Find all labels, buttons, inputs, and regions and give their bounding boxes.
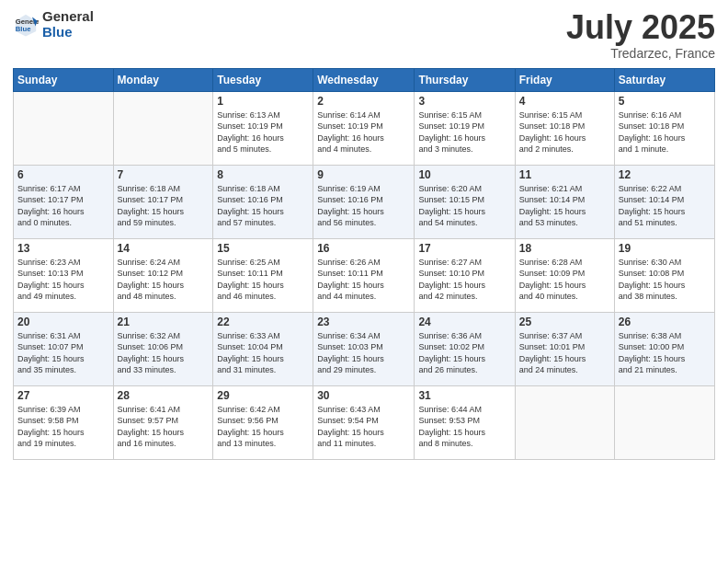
table-row: 4Sunrise: 6:15 AMSunset: 10:18 PMDayligh… xyxy=(515,91,614,165)
day-info: Sunrise: 6:43 AMSunset: 9:54 PMDaylight:… xyxy=(317,404,410,450)
day-number: 29 xyxy=(217,389,309,402)
col-saturday: Saturday xyxy=(614,68,714,91)
table-row: 21Sunrise: 6:32 AMSunset: 10:06 PMDaylig… xyxy=(113,312,213,385)
day-info: Sunrise: 6:20 AMSunset: 10:15 PMDaylight… xyxy=(418,183,510,229)
day-number: 7 xyxy=(118,168,210,181)
col-monday: Monday xyxy=(113,68,213,91)
day-number: 8 xyxy=(217,168,309,181)
table-row: 28Sunrise: 6:41 AMSunset: 9:57 PMDayligh… xyxy=(113,385,213,459)
day-number: 27 xyxy=(17,389,109,402)
col-thursday: Thursday xyxy=(415,68,515,91)
table-row: 30Sunrise: 6:43 AMSunset: 9:54 PMDayligh… xyxy=(313,385,415,459)
table-row: 11Sunrise: 6:21 AMSunset: 10:14 PMDaylig… xyxy=(515,165,614,238)
day-number: 31 xyxy=(418,389,510,402)
logo-icon: General Blue xyxy=(13,12,39,38)
day-info: Sunrise: 6:42 AMSunset: 9:56 PMDaylight:… xyxy=(217,404,309,450)
day-number: 12 xyxy=(619,168,711,181)
table-row: 15Sunrise: 6:25 AMSunset: 10:11 PMDaylig… xyxy=(213,238,313,312)
table-row: 25Sunrise: 6:37 AMSunset: 10:01 PMDaylig… xyxy=(515,312,614,385)
table-row: 24Sunrise: 6:36 AMSunset: 10:02 PMDaylig… xyxy=(415,312,515,385)
table-row: 31Sunrise: 6:44 AMSunset: 9:53 PMDayligh… xyxy=(415,385,515,459)
day-info: Sunrise: 6:22 AMSunset: 10:14 PMDaylight… xyxy=(619,183,711,229)
day-info: Sunrise: 6:21 AMSunset: 10:14 PMDaylight… xyxy=(519,183,610,229)
svg-text:Blue: Blue xyxy=(16,25,31,33)
table-row xyxy=(614,385,714,459)
day-info: Sunrise: 6:38 AMSunset: 10:00 PMDaylight… xyxy=(619,330,711,376)
logo: General Blue General Blue xyxy=(13,9,94,40)
table-row: 3Sunrise: 6:15 AMSunset: 10:19 PMDayligh… xyxy=(415,91,515,165)
day-info: Sunrise: 6:19 AMSunset: 10:16 PMDaylight… xyxy=(317,183,410,229)
day-number: 28 xyxy=(118,389,210,402)
day-info: Sunrise: 6:41 AMSunset: 9:57 PMDaylight:… xyxy=(118,404,210,450)
day-number: 26 xyxy=(619,316,711,328)
table-row: 16Sunrise: 6:26 AMSunset: 10:11 PMDaylig… xyxy=(313,238,415,312)
table-row xyxy=(113,91,213,165)
day-info: Sunrise: 6:28 AMSunset: 10:09 PMDaylight… xyxy=(519,257,610,303)
day-number: 9 xyxy=(317,168,410,181)
col-tuesday: Tuesday xyxy=(213,68,313,91)
day-number: 6 xyxy=(17,168,109,181)
day-info: Sunrise: 6:16 AMSunset: 10:18 PMDaylight… xyxy=(619,109,711,155)
day-info: Sunrise: 6:44 AMSunset: 9:53 PMDaylight:… xyxy=(418,404,510,450)
day-number: 20 xyxy=(17,316,109,328)
day-number: 17 xyxy=(418,242,510,255)
month-title: July 2025 xyxy=(566,9,715,46)
header: General Blue General Blue July 2025 Tred… xyxy=(13,9,715,61)
table-row: 23Sunrise: 6:34 AMSunset: 10:03 PMDaylig… xyxy=(313,312,415,385)
day-number: 21 xyxy=(118,316,210,328)
day-info: Sunrise: 6:31 AMSunset: 10:07 PMDaylight… xyxy=(17,330,109,376)
table-row: 6Sunrise: 6:17 AMSunset: 10:17 PMDayligh… xyxy=(14,165,114,238)
day-number: 25 xyxy=(519,316,610,328)
day-number: 16 xyxy=(317,242,410,255)
col-sunday: Sunday xyxy=(14,68,114,91)
table-row: 17Sunrise: 6:27 AMSunset: 10:10 PMDaylig… xyxy=(415,238,515,312)
table-row: 26Sunrise: 6:38 AMSunset: 10:00 PMDaylig… xyxy=(614,312,714,385)
table-row: 8Sunrise: 6:18 AMSunset: 10:16 PMDayligh… xyxy=(213,165,313,238)
day-number: 13 xyxy=(17,242,109,255)
day-number: 1 xyxy=(217,95,309,108)
day-info: Sunrise: 6:26 AMSunset: 10:11 PMDaylight… xyxy=(317,257,410,303)
table-row xyxy=(14,91,114,165)
day-info: Sunrise: 6:34 AMSunset: 10:03 PMDaylight… xyxy=(317,330,410,376)
day-number: 4 xyxy=(519,95,610,108)
table-row: 12Sunrise: 6:22 AMSunset: 10:14 PMDaylig… xyxy=(614,165,714,238)
day-info: Sunrise: 6:37 AMSunset: 10:01 PMDaylight… xyxy=(519,330,610,376)
table-row: 29Sunrise: 6:42 AMSunset: 9:56 PMDayligh… xyxy=(213,385,313,459)
table-row: 19Sunrise: 6:30 AMSunset: 10:08 PMDaylig… xyxy=(614,238,714,312)
table-row: 14Sunrise: 6:24 AMSunset: 10:12 PMDaylig… xyxy=(113,238,213,312)
table-row: 13Sunrise: 6:23 AMSunset: 10:13 PMDaylig… xyxy=(14,238,114,312)
table-row: 22Sunrise: 6:33 AMSunset: 10:04 PMDaylig… xyxy=(213,312,313,385)
day-number: 11 xyxy=(519,168,610,181)
day-info: Sunrise: 6:33 AMSunset: 10:04 PMDaylight… xyxy=(217,330,309,376)
day-number: 23 xyxy=(317,316,410,328)
day-info: Sunrise: 6:14 AMSunset: 10:19 PMDaylight… xyxy=(317,109,410,155)
day-info: Sunrise: 6:15 AMSunset: 10:18 PMDaylight… xyxy=(519,109,610,155)
table-row xyxy=(515,385,614,459)
day-info: Sunrise: 6:23 AMSunset: 10:13 PMDaylight… xyxy=(17,257,109,303)
location: Tredarzec, France xyxy=(566,46,715,61)
table-row: 7Sunrise: 6:18 AMSunset: 10:17 PMDayligh… xyxy=(113,165,213,238)
logo-general: General xyxy=(42,9,94,25)
day-number: 10 xyxy=(418,168,510,181)
table-row: 1Sunrise: 6:13 AMSunset: 10:19 PMDayligh… xyxy=(213,91,313,165)
day-number: 19 xyxy=(619,242,711,255)
day-info: Sunrise: 6:27 AMSunset: 10:10 PMDaylight… xyxy=(418,257,510,303)
day-number: 24 xyxy=(418,316,510,328)
table-row: 5Sunrise: 6:16 AMSunset: 10:18 PMDayligh… xyxy=(614,91,714,165)
day-info: Sunrise: 6:17 AMSunset: 10:17 PMDaylight… xyxy=(17,183,109,229)
day-info: Sunrise: 6:13 AMSunset: 10:19 PMDaylight… xyxy=(217,109,309,155)
table-row: 27Sunrise: 6:39 AMSunset: 9:58 PMDayligh… xyxy=(14,385,114,459)
calendar: Sunday Monday Tuesday Wednesday Thursday… xyxy=(13,68,715,460)
table-row: 10Sunrise: 6:20 AMSunset: 10:15 PMDaylig… xyxy=(415,165,515,238)
table-row: 9Sunrise: 6:19 AMSunset: 10:16 PMDayligh… xyxy=(313,165,415,238)
title-block: July 2025 Tredarzec, France xyxy=(566,9,715,61)
day-info: Sunrise: 6:30 AMSunset: 10:08 PMDaylight… xyxy=(619,257,711,303)
table-row: 20Sunrise: 6:31 AMSunset: 10:07 PMDaylig… xyxy=(14,312,114,385)
day-info: Sunrise: 6:18 AMSunset: 10:16 PMDaylight… xyxy=(217,183,309,229)
day-info: Sunrise: 6:15 AMSunset: 10:19 PMDaylight… xyxy=(418,109,510,155)
table-row: 2Sunrise: 6:14 AMSunset: 10:19 PMDayligh… xyxy=(313,91,415,165)
day-number: 5 xyxy=(619,95,711,108)
day-number: 30 xyxy=(317,389,410,402)
day-number: 2 xyxy=(317,95,410,108)
day-info: Sunrise: 6:36 AMSunset: 10:02 PMDaylight… xyxy=(418,330,510,376)
